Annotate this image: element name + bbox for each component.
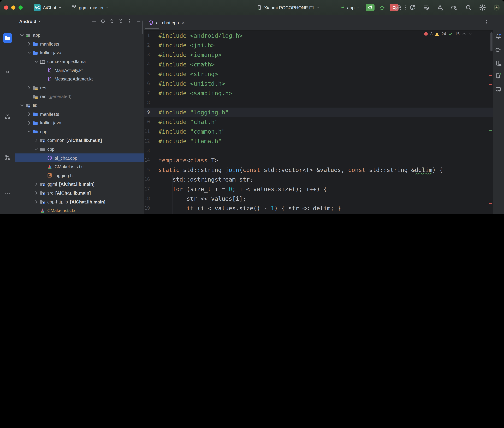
folder-icon — [33, 120, 38, 125]
tree-item-app[interactable]: app — [15, 31, 144, 40]
close-tab-icon[interactable]: ✕ — [181, 20, 185, 25]
toolbar-apply-changes-icon[interactable]: A — [409, 4, 416, 11]
debug-button[interactable] — [379, 4, 385, 11]
chevron-right-icon — [34, 199, 39, 205]
tree-item-mainactivity-kt[interactable]: MainActivity.kt — [15, 66, 144, 75]
code-editor[interactable]: 1#include <android/log.h>2#include <jni.… — [144, 30, 493, 214]
device-name: Xiaomi POCOPHONE F1 — [264, 5, 314, 10]
tree-item-ai-chat-cpp[interactable]: Cai_chat.cpp — [15, 154, 144, 162]
toolbar-task-list-icon[interactable] — [423, 4, 430, 11]
project-tree: appmanifestskotlin+javacom.example.llama… — [15, 27, 144, 214]
vcs-stripe-mark[interactable] — [489, 130, 492, 131]
close-window-button[interactable] — [4, 6, 8, 10]
error-stripe-mark[interactable] — [489, 75, 492, 76]
stripe-device-manager-button[interactable] — [494, 59, 503, 68]
structure-icon — [4, 113, 11, 120]
add-icon[interactable] — [91, 18, 97, 24]
editor-tab-bar: C ai_chat.cpp ✕ — [144, 15, 493, 31]
hide-panel-icon[interactable] — [136, 18, 141, 24]
tree-item-manifests[interactable]: manifests — [15, 40, 144, 48]
vcs-branch-widget[interactable]: ggml-master — [71, 0, 109, 15]
stripe-pull-requests-button[interactable] — [3, 153, 12, 162]
tree-item-ggml[interactable]: ggml[AiChat.lib.main] — [15, 180, 144, 189]
tree-item-cpp[interactable]: cpp — [15, 145, 144, 153]
tree-item-kot-lin-java[interactable]: kot​lin+java — [15, 118, 144, 127]
device-selector[interactable]: Xiaomi POCOPHONE F1 — [256, 0, 320, 15]
stripe-running-devices-button[interactable] — [494, 71, 503, 80]
minimize-window-button[interactable] — [11, 6, 16, 10]
h-file-icon — [47, 173, 52, 178]
tree-item-kotlin-java[interactable]: kotlin+java — [15, 48, 144, 57]
chevron-down-icon — [26, 50, 32, 56]
chevron-down-icon — [58, 6, 62, 9]
code-line-11: 11#include "common.h" — [144, 127, 493, 136]
run-configuration-selector[interactable]: app — [340, 0, 360, 15]
inspections-widget[interactable]: 3 24 15 — [423, 32, 473, 36]
svg-text:C: C — [49, 156, 51, 159]
project-scrollbar[interactable] — [142, 21, 143, 34]
stripe-gemini-button[interactable] — [494, 85, 503, 94]
locate-file-icon[interactable] — [100, 18, 106, 24]
tree-item-src[interactable]: src[AiChat.lib.main] — [15, 189, 144, 197]
ok-badge-icon — [448, 32, 453, 36]
tree-item-res[interactable]: res — [15, 83, 144, 92]
collapse-all-icon[interactable] — [118, 18, 123, 24]
toolbar-profile-icon[interactable] — [493, 4, 500, 11]
code-line-19: 19 if (i < values.size() - 1) { str << d… — [144, 204, 493, 213]
tree-item-common[interactable]: common[AiChat.lib.main] — [15, 136, 144, 145]
chevron-down-icon — [357, 6, 360, 9]
right-tool-stripe — [493, 15, 504, 214]
folder-lib-icon — [40, 138, 45, 143]
stripe-notifications-button[interactable] — [494, 32, 503, 41]
tree-item-cmakelists-txt[interactable]: CMakeLists.txt — [15, 206, 144, 214]
tree-item-logging-h[interactable]: logging.h — [15, 171, 144, 180]
tree-item-cpp[interactable]: cpp — [15, 127, 144, 136]
maximize-window-button[interactable] — [18, 6, 23, 10]
chevron-right-icon — [34, 138, 39, 143]
tree-item-cmakelists-txt[interactable]: CMakeLists.txt — [15, 162, 144, 171]
folder-app-icon — [25, 33, 31, 38]
notifications-icon — [495, 33, 501, 39]
editor-options-icon[interactable] — [484, 19, 489, 25]
title-bar: AC AiChat ggml-master Xiaomi POCOPHONE F… — [0, 0, 504, 16]
rerun-button[interactable] — [366, 4, 375, 11]
expand-all-icon[interactable] — [109, 18, 115, 24]
toolbar-make-run-icon[interactable] — [395, 4, 401, 11]
stripe-more-button[interactable] — [3, 189, 12, 199]
folder-icon — [33, 129, 38, 134]
toolbar-settings-icon[interactable] — [479, 4, 486, 11]
code-line-14: 14template<class T> — [144, 156, 493, 165]
tree-item-cpp-httplib[interactable]: cpp-httplib[AiChat.lib.main] — [15, 198, 144, 206]
tree-item-res[interactable]: res(generated) — [15, 92, 144, 101]
project-view-selector[interactable]: Android — [19, 19, 42, 24]
stripe-gradle-button[interactable] — [494, 45, 503, 54]
next-problem-icon[interactable] — [469, 32, 473, 36]
toolbar-search-icon[interactable] — [465, 4, 472, 11]
error-stripe-mark[interactable] — [489, 84, 492, 85]
chevron-down-icon — [19, 103, 25, 108]
editor-scrollbar[interactable] — [490, 32, 493, 51]
panel-options-icon[interactable] — [127, 18, 132, 24]
stripe-project-button[interactable] — [3, 33, 12, 43]
toolbar-attach-debugger-icon[interactable] — [437, 4, 444, 11]
project-widget[interactable]: AC AiChat — [34, 0, 62, 15]
folder-lib-icon — [40, 181, 45, 187]
tree-item-com-example-llama[interactable]: com.example.llama — [15, 57, 144, 66]
toolbar-sync-gradle-icon[interactable] — [451, 4, 458, 11]
cpp-file-icon: C — [148, 20, 154, 25]
tree-item-lib[interactable]: lib — [15, 101, 144, 110]
previous-problem-icon[interactable] — [462, 32, 466, 36]
editor-area[interactable]: C ai_chat.cpp ✕ 1#include <android/log.h… — [144, 15, 493, 214]
tree-item-messageadapter-kt[interactable]: MessageAdapter.kt — [15, 75, 144, 83]
folder-lib-icon — [40, 190, 45, 196]
stripe-structure-button[interactable] — [3, 112, 12, 121]
package-icon — [40, 59, 45, 64]
window-controls — [4, 6, 23, 10]
cmake-icon — [40, 208, 45, 213]
chevron-down-icon — [38, 19, 42, 23]
stripe-commit-button[interactable] — [3, 67, 12, 77]
tree-item-manifests[interactable]: manifests — [15, 110, 144, 118]
phone-icon — [256, 5, 262, 10]
error-stripe-mark[interactable] — [489, 203, 492, 204]
code-line-9: 9#include "logging.h" — [144, 107, 493, 117]
